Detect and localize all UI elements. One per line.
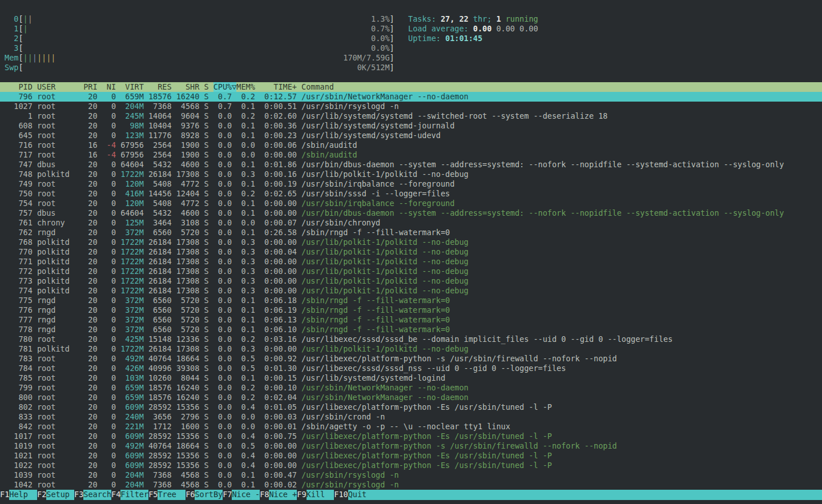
process-row-1027[interactable]: 1027root200204M73684568S0.70.10:00.51/us… [0, 102, 822, 111]
process-cpu: 0.0 [213, 315, 232, 325]
column-header-time[interactable]: TIME+ [260, 82, 297, 92]
process-cpu: 0.0 [213, 393, 232, 402]
process-row-1017[interactable]: 1017root200609M2859215356S0.00.40:00.75/… [0, 432, 822, 441]
column-header-ni[interactable]: NI [102, 82, 116, 92]
column-header-mem[interactable]: MEM% [236, 82, 255, 92]
column-header-cpu[interactable]: CPU% [213, 82, 232, 92]
process-row-799[interactable]: 799root200659M1857616240S0.00.20:00.10/u… [0, 383, 822, 393]
process-row-800[interactable]: 800root200659M1857616240S0.00.20:02.04/u… [0, 393, 822, 402]
fkey-setup[interactable]: F2Setup [37, 490, 74, 500]
column-header-cmd[interactable]: Command [301, 82, 334, 92]
process-row-748[interactable]: 748polkitd2001722M2618417308S0.00.30:00.… [0, 170, 822, 179]
column-header-virt[interactable]: VIRT [120, 82, 144, 92]
process-row-842[interactable]: 842root200221M17121600S0.00.00:00.01/sbi… [0, 422, 822, 432]
process-row-774[interactable]: 774polkitd2001722M2618417308S0.00.30:00.… [0, 286, 822, 296]
column-header-shr[interactable]: SHR [176, 82, 200, 92]
process-mem: 0.0 [236, 218, 255, 228]
process-command: /usr/lib/systemd/systemd --switched-root… [301, 111, 607, 120]
process-row-796[interactable]: 796root200659M1857616240S0.70.20:12.57/u… [0, 92, 822, 102]
process-row-1021[interactable]: 1021root200609M2859215356S0.00.40:00.00/… [0, 451, 822, 461]
process-cpu: 0.0 [213, 179, 232, 189]
process-row-717[interactable]: 717root16-46795625641900S0.00.00:00.00/s… [0, 150, 822, 160]
column-header-user[interactable]: USER [37, 82, 79, 92]
process-row-775[interactable]: 775rngd200372M65605720S0.00.10:06.18/sbi… [0, 296, 822, 305]
process-res: 40764 [148, 354, 172, 364]
process-ni: 0 [102, 470, 116, 480]
process-s: S [204, 325, 208, 334]
process-command: /usr/libexec/platform-python -s /usr/sbi… [301, 441, 617, 450]
process-pri: 20 [83, 189, 97, 199]
column-header-res[interactable]: RES [148, 82, 172, 92]
process-row-772[interactable]: 772polkitd2001722M2618417308S0.00.30:00.… [0, 267, 822, 276]
process-row-1022[interactable]: 1022root200609M2859215356S0.00.40:00.00/… [0, 461, 822, 470]
process-row-771[interactable]: 771polkitd2001722M2618417308S0.00.30:00.… [0, 257, 822, 267]
process-row-802[interactable]: 802root200609M2859215356S0.00.40:01.05/u… [0, 402, 822, 412]
process-command: /sbin/agetty -o -p -- \u --noclear tty1 … [301, 422, 510, 431]
process-user: root [37, 480, 79, 490]
fkey-nice[interactable]: F8Nice + [260, 490, 297, 500]
process-row-768[interactable]: 768polkitd2001722M2618417308S0.00.30:00.… [0, 237, 822, 247]
process-row-785[interactable]: 785root200103M102608044S0.00.10:00.15/us… [0, 373, 822, 383]
process-row-780[interactable]: 780root200425M1514812336S0.00.20:03.16/u… [0, 334, 822, 344]
process-shr: 4772 [176, 199, 200, 208]
process-time: 0:00.15 [260, 373, 297, 383]
process-row-1039[interactable]: 1039root200204M73684568S0.00.10:00.47/us… [0, 470, 822, 480]
process-time: 0:00.07 [260, 218, 297, 228]
process-row-761[interactable]: 761chrony200125M34643108S0.00.00:00.07/u… [0, 218, 822, 228]
process-ni: 0 [102, 325, 116, 334]
fkey-tree[interactable]: F5Tree [148, 490, 186, 500]
process-user: root [37, 422, 79, 432]
process-mem: 0.4 [236, 402, 255, 412]
process-command: /usr/lib/polkit-1/polkitd --no-debug [301, 247, 469, 256]
process-row-747[interactable]: 747dbus2006460454324600S0.00.10:01.86/us… [0, 160, 822, 170]
fkey-filter[interactable]: F4Filter [111, 490, 148, 500]
process-virt: 125M [120, 218, 144, 228]
process-row-833[interactable]: 833root200240M36562796S0.00.00:00.03/usr… [0, 412, 822, 422]
process-row-1042[interactable]: 1042root200204M73684568S0.00.10:00.02/us… [0, 480, 822, 490]
process-row-749[interactable]: 749root200120M54084772S0.00.10:00.19/usr… [0, 179, 822, 189]
process-row-1[interactable]: 1root200245M140649604S0.00.20:02.60/usr/… [0, 111, 822, 121]
process-row-776[interactable]: 776rngd200372M65605720S0.00.10:06.19/sbi… [0, 305, 822, 315]
fkey-help[interactable]: F1Help [0, 490, 37, 500]
column-header-pid[interactable]: PID [5, 82, 33, 92]
process-cpu: 0.0 [213, 412, 232, 422]
process-ni: 0 [102, 276, 116, 286]
process-row-762[interactable]: 762rngd200372M65605720S0.00.10:26.58/sbi… [0, 228, 822, 237]
process-row-750[interactable]: 750root200416M1445612404S0.00.20:02.65/u… [0, 189, 822, 199]
process-command: /usr/sbin/rsyslogd -n [301, 102, 399, 111]
process-ni: 0 [102, 451, 116, 461]
process-row-608[interactable]: 608root20098M104049376S0.00.10:00.36/usr… [0, 121, 822, 131]
process-row-778[interactable]: 778rngd200372M65605720S0.00.10:06.10/sbi… [0, 325, 822, 334]
process-time: 0:00.00 [260, 451, 297, 461]
process-shr: 9376 [176, 121, 200, 131]
process-command: /usr/libexec/platform-python -Es /usr/sb… [301, 451, 552, 460]
column-header-s[interactable]: S [204, 82, 208, 92]
process-row-770[interactable]: 770polkitd2001722M2618417308S0.00.30:00.… [0, 247, 822, 257]
process-ni: 0 [102, 131, 116, 140]
fkey-sortby[interactable]: F6SortBy [186, 490, 223, 500]
process-row-777[interactable]: 777rngd200372M65605720S0.00.10:06.13/sbi… [0, 315, 822, 325]
process-s: S [204, 286, 208, 296]
process-row-781[interactable]: 781polkitd2001722M2618417308S0.00.30:00.… [0, 344, 822, 354]
meter-body: 0.0% [23, 34, 390, 43]
process-row-1019[interactable]: 1019root200492M4076418664S0.00.50:00.00/… [0, 441, 822, 451]
process-row-784[interactable]: 784root200426M4099639308S0.00.50:01.30/u… [0, 364, 822, 373]
process-cpu: 0.7 [213, 102, 232, 111]
process-row-773[interactable]: 773polkitd2001722M2618417308S0.00.30:00.… [0, 276, 822, 286]
process-pid: 774 [5, 286, 33, 296]
fkey-kill[interactable]: F9Kill [297, 490, 334, 500]
fkey-nice[interactable]: F7Nice - [223, 490, 260, 500]
process-virt: 609M [120, 451, 144, 461]
process-row-645[interactable]: 645root200123M117768928S0.00.10:00.23/us… [0, 131, 822, 140]
process-row-754[interactable]: 754root200120M54084772S0.00.10:00.00/usr… [0, 199, 822, 208]
process-time: 0:00.00 [260, 276, 297, 286]
process-row-783[interactable]: 783root200492M4076418664S0.00.50:00.92/u… [0, 354, 822, 364]
column-header-pri[interactable]: PRI [83, 82, 97, 92]
fkey-quit[interactable]: F10Quit [334, 490, 822, 500]
fkey-search[interactable]: F3Search [74, 490, 111, 500]
meter-bar-green: | [23, 53, 28, 62]
process-cpu: 0.0 [213, 432, 232, 441]
process-row-757[interactable]: 757dbus2006460454324600S0.00.10:00.00/us… [0, 208, 822, 218]
process-user: root [37, 402, 79, 412]
process-row-716[interactable]: 716root16-46795625641900S0.00.00:00.06/s… [0, 140, 822, 150]
